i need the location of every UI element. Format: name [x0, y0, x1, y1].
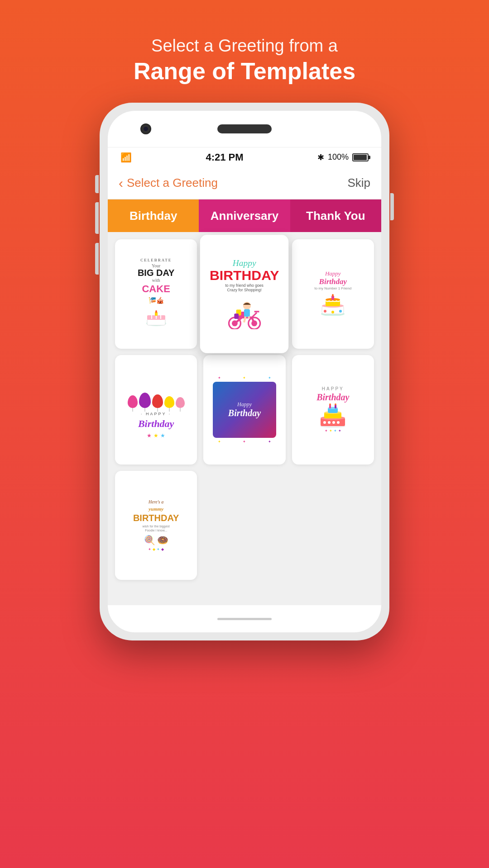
phone-camera-area — [108, 111, 381, 147]
card6-cake-illustration — [318, 403, 348, 428]
svg-point-37 — [337, 421, 340, 424]
card7-confetti: ✦ ◆ ✦ ◆ — [148, 547, 164, 551]
card7-wish: wish for the biggestFoodie I know... — [143, 524, 170, 532]
svg-rect-1 — [147, 319, 165, 325]
greeting-card-4[interactable]: · HAPPY · Birthday ★ ★ ★ — [115, 355, 197, 465]
card5-watercolor-bg: Happy Birthday — [213, 382, 277, 438]
card3-friend: to my Number 1 Friend — [314, 286, 351, 290]
svg-rect-15 — [244, 309, 250, 317]
skip-button[interactable]: Skip — [347, 176, 370, 190]
battery-percent: 100% — [328, 152, 349, 162]
card4-happy: · HAPPY · — [141, 412, 171, 416]
svg-point-28 — [324, 310, 326, 313]
svg-point-45 — [335, 403, 336, 405]
card1-bunting: 🎏🎪 — [138, 297, 175, 304]
power-button — [390, 193, 394, 220]
card2-happy: Happy — [233, 259, 256, 269]
svg-point-36 — [332, 421, 335, 424]
app-header: ‹ Select a Greeting Skip — [108, 167, 381, 199]
card6-happy: HAPPY — [322, 386, 344, 391]
svg-rect-42 — [329, 405, 331, 408]
svg-point-35 — [328, 421, 331, 424]
bluetooth-icon: ✱ — [317, 152, 324, 162]
battery-fill — [354, 155, 367, 160]
svg-point-27 — [332, 294, 334, 297]
svg-rect-43 — [335, 405, 336, 408]
home-indicator — [217, 618, 272, 620]
phone-shell: 📶 4:21 PM ✱ 100% ‹ Select a Greeting Ski… — [100, 103, 389, 640]
svg-point-30 — [331, 311, 334, 313]
wifi-icon: 📶 — [120, 152, 132, 163]
balloon-lightpink — [176, 397, 185, 408]
card2-birthday: BIRTHDAY — [210, 269, 279, 282]
card5-happy: Happy — [237, 401, 252, 408]
card5-confetti-bottom: ✦ ✦ ✦ — [207, 440, 282, 444]
greeting-card-2[interactable]: Happy BIRTHDAY to my friend who goesCraz… — [200, 235, 289, 353]
back-chevron-icon: ‹ — [119, 175, 123, 191]
svg-point-7 — [155, 310, 157, 313]
card3-happy: Happy — [314, 270, 351, 277]
card2-friend-text: to my friend who goesCrazy for Shopping! — [225, 284, 264, 292]
promo-header: Select a Greeting from a Range of Templa… — [115, 0, 374, 103]
greeting-card-1[interactable]: CELEBRATE Your BIG DAY with CAKE 🎏🎪 — [115, 239, 197, 349]
card1-cake: CAKE — [138, 283, 175, 295]
card1-bigday: BIG DAY — [138, 268, 175, 277]
volume-down-button — [95, 243, 99, 275]
greeting-card-5[interactable]: ✦ ✦ ✦ Happy Birthday ✦ ✦ ✦ — [203, 355, 285, 465]
tab-birthday[interactable]: Birthday — [108, 199, 199, 232]
front-camera — [140, 123, 151, 134]
card4-stars: ★ ★ ★ — [147, 432, 165, 439]
phone-screen: 📶 4:21 PM ✱ 100% ‹ Select a Greeting Ski… — [108, 111, 381, 632]
mute-button — [95, 175, 99, 193]
volume-up-button — [95, 202, 99, 234]
card6-birthday: Birthday — [316, 392, 349, 403]
card7-birthday: BIRTHDAY — [133, 513, 179, 522]
svg-line-16 — [244, 317, 245, 323]
greeting-card-3[interactable]: Happy Birthday to my Number 1 Friend — [292, 239, 374, 349]
svg-point-44 — [329, 403, 331, 405]
svg-rect-20 — [234, 314, 239, 319]
card5-confetti-top: ✦ ✦ ✦ — [207, 376, 282, 380]
card1-with: with — [138, 278, 175, 283]
back-button[interactable]: ‹ Select a Greeting — [119, 175, 218, 191]
tab-anniversary[interactable]: Anniversary — [199, 199, 290, 232]
battery-icon — [352, 153, 369, 161]
balloon-purple — [139, 393, 151, 408]
screen-bottom-padding — [108, 587, 381, 605]
card3-cake-illustration — [318, 292, 347, 316]
card4-birthday: Birthday — [138, 418, 174, 430]
card2-scooter-illustration — [222, 294, 266, 329]
card3-birthday: Birthday — [314, 277, 351, 286]
phone-home-bar — [108, 605, 381, 632]
svg-point-29 — [339, 310, 342, 313]
promo-subtitle: Select a Greeting from a — [134, 36, 355, 56]
tab-thankyou[interactable]: Thank You — [290, 199, 381, 232]
card1-celebrate: CELEBRATE — [138, 258, 175, 262]
speaker-slot — [217, 124, 272, 133]
card5-birthday: Birthday — [228, 408, 261, 418]
status-right: ✱ 100% — [317, 152, 369, 162]
status-time: 4:21 PM — [206, 152, 243, 163]
status-bar: 📶 4:21 PM ✱ 100% — [108, 147, 381, 167]
svg-point-34 — [323, 421, 326, 424]
balloon-yellow — [164, 396, 174, 408]
greeting-card-6[interactable]: HAPPY Birthday — [292, 355, 374, 465]
promo-title: Range of Templates — [134, 57, 355, 85]
card1-cake-illustration — [143, 306, 170, 328]
card7-food-icons: 🍭 🍩 — [144, 535, 168, 545]
svg-line-17 — [249, 317, 249, 318]
category-tabs: Birthday Anniversary Thank You — [108, 199, 381, 232]
svg-line-12 — [252, 313, 257, 318]
greeting-card-7[interactable]: Here's a yummy BIRTHDAY wish for the big… — [115, 471, 197, 580]
card7-yummy: yummy — [149, 506, 163, 512]
balloon-pink — [128, 395, 138, 408]
header-title: Select a Greeting — [127, 176, 218, 190]
card6-confetti: ✦ ✦ ✦ ✦ — [325, 429, 341, 433]
card7-heres: Here's a — [149, 499, 163, 504]
balloon-red — [152, 394, 163, 408]
card-grid: CELEBRATE Your BIG DAY with CAKE 🎏🎪 — [108, 232, 381, 587]
